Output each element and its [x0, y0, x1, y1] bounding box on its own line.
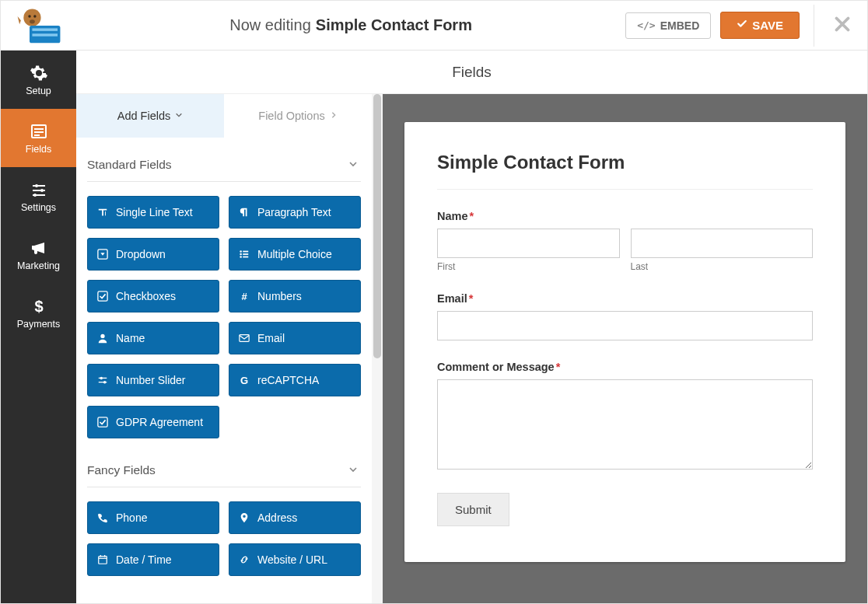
field-checkboxes[interactable]: Checkboxes — [87, 280, 219, 312]
svg-rect-23 — [243, 251, 248, 253]
field-label: Email — [257, 332, 285, 344]
link-icon — [239, 554, 250, 565]
form-icon — [30, 122, 48, 141]
field-label: Number Slider — [116, 374, 185, 386]
svg-point-5 — [30, 19, 35, 23]
field-label: reCAPTCHA — [257, 374, 319, 386]
field-name[interactable]: Name — [87, 322, 219, 354]
field-paragraph-text[interactable]: Paragraph Text — [229, 196, 361, 229]
sidebar-item-fields[interactable]: Fields — [1, 109, 76, 167]
svg-point-32 — [100, 377, 103, 380]
form-name: Simple Contact Form — [316, 16, 472, 34]
code-icon: </> — [637, 19, 655, 31]
embed-button[interactable]: </> EMBED — [625, 12, 711, 39]
fancy-field-grid: Phone Address Date / Time — [87, 487, 361, 576]
first-name-input[interactable] — [437, 229, 620, 258]
svg-text:$: $ — [34, 298, 43, 315]
svg-point-22 — [240, 250, 242, 253]
google-icon: G — [239, 375, 250, 386]
svg-point-26 — [240, 256, 242, 258]
preview-field-comment[interactable]: Comment or Message* — [437, 361, 813, 473]
field-label: Date / Time — [116, 553, 172, 566]
body: Setup Fields Settings Marketing $ Paymen… — [1, 51, 867, 603]
field-label: Website / URL — [257, 553, 327, 566]
svg-rect-35 — [98, 417, 107, 427]
label-text: Name — [437, 210, 468, 222]
tab-field-options[interactable]: Field Options — [224, 94, 372, 138]
svg-rect-28 — [98, 292, 107, 301]
gear-icon — [30, 64, 48, 82]
svg-point-24 — [240, 253, 242, 256]
field-dropdown[interactable]: Dropdown — [87, 238, 219, 271]
panel-scrollbar[interactable] — [372, 94, 383, 603]
panel-scroll[interactable]: Standard Fields Single Line Text — [76, 138, 372, 603]
save-label: SAVE — [752, 19, 783, 32]
field-label: Dropdown — [116, 248, 166, 260]
sliders-icon — [30, 180, 48, 199]
field-number-slider[interactable]: Number Slider — [87, 364, 219, 396]
comment-textarea[interactable] — [437, 379, 813, 470]
svg-point-4 — [33, 15, 36, 17]
close-icon — [835, 16, 850, 32]
form-preview-canvas: Simple Contact Form Name* First — [383, 94, 867, 603]
standard-field-grid: Single Line Text Paragraph Text Dropdown — [87, 182, 361, 438]
tab-label: Add Fields — [117, 110, 171, 122]
check-square-icon — [97, 417, 108, 428]
sidebar-item-payments[interactable]: $ Payments — [1, 284, 76, 342]
first-sublabel: First — [437, 261, 620, 272]
svg-rect-7 — [32, 28, 58, 30]
group-standard-fields: Standard Fields Single Line Text — [87, 147, 361, 438]
sidebar-item-setup[interactable]: Setup — [1, 51, 76, 109]
field-phone[interactable]: Phone — [87, 501, 219, 534]
group-header-standard[interactable]: Standard Fields — [87, 147, 361, 182]
close-button[interactable] — [831, 15, 853, 37]
group-header-fancy[interactable]: Fancy Fields — [87, 452, 361, 487]
top-actions: </> EMBED SAVE — [625, 5, 867, 47]
sidebar-item-settings[interactable]: Settings — [1, 167, 76, 225]
check-square-icon — [97, 291, 108, 302]
chevron-down-icon — [175, 111, 183, 120]
svg-point-14 — [35, 184, 38, 187]
field-website-url[interactable]: Website / URL — [229, 543, 361, 576]
field-multiple-choice[interactable]: Multiple Choice — [229, 238, 361, 271]
sidebar-item-marketing[interactable]: Marketing — [1, 225, 76, 284]
email-input[interactable] — [437, 311, 813, 340]
field-single-line-text[interactable]: Single Line Text — [87, 196, 219, 229]
field-gdpr-agreement[interactable]: GDPR Agreement — [87, 406, 219, 438]
chevron-down-icon — [348, 465, 358, 477]
page-title: Now editing Simple Contact Form — [76, 16, 625, 34]
required-asterisk: * — [470, 210, 474, 222]
form-preview[interactable]: Simple Contact Form Name* First — [404, 122, 845, 562]
label-text: Comment or Message — [437, 361, 555, 373]
tab-add-fields[interactable]: Add Fields — [76, 94, 224, 138]
field-label: Numbers — [257, 290, 302, 302]
panel-tabs: Add Fields Field Options — [76, 94, 372, 138]
preview-field-email[interactable]: Email* — [437, 292, 813, 340]
submit-label: Submit — [455, 503, 492, 516]
field-address[interactable]: Address — [229, 501, 361, 534]
field-label: Address — [257, 511, 297, 524]
panel-wrap: Add Fields Field Options — [76, 94, 383, 603]
last-name-input[interactable] — [631, 229, 814, 258]
paragraph-icon — [239, 207, 250, 218]
sidebar-nav: Setup Fields Settings Marketing $ Paymen… — [1, 51, 76, 603]
field-email[interactable]: Email — [229, 322, 361, 354]
app-root: Now editing Simple Contact Form </> EMBE… — [0, 0, 868, 604]
submit-button[interactable]: Submit — [437, 493, 509, 526]
main-body: Add Fields Field Options — [76, 94, 867, 603]
field-recaptcha[interactable]: G reCAPTCHA — [229, 364, 361, 396]
field-date-time[interactable]: Date / Time — [87, 543, 219, 576]
svg-point-16 — [40, 189, 44, 192]
list-icon — [239, 249, 250, 260]
preview-field-name[interactable]: Name* First Last — [437, 210, 813, 272]
save-button[interactable]: SAVE — [720, 12, 800, 39]
divider — [814, 5, 814, 47]
field-numbers[interactable]: # Numbers — [229, 280, 361, 312]
last-sublabel: Last — [631, 261, 814, 272]
svg-point-34 — [103, 381, 107, 384]
sidebar-label: Settings — [21, 202, 56, 213]
svg-point-29 — [100, 334, 104, 338]
envelope-icon — [239, 333, 250, 344]
main-area: Fields Add Fields — [76, 51, 867, 603]
scroll-thumb[interactable] — [373, 94, 381, 358]
